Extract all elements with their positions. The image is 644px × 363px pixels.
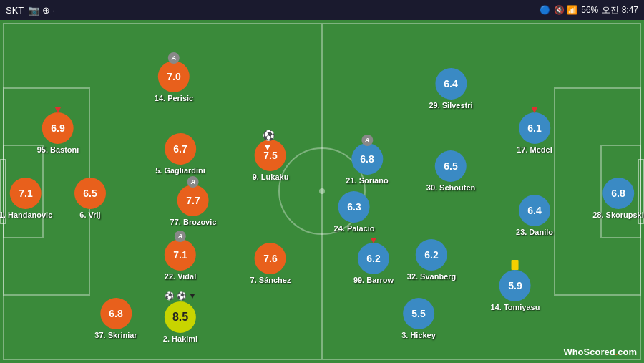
status-bar: SKT 📷 ⊕ · 🔵 🔇 📶 56% 오전 8:47: [0, 0, 644, 20]
player-circle-palacio: 6.3: [338, 191, 370, 223]
player-circle-svanberg: 6.2: [416, 239, 447, 271]
player-name-hickey: 3. Hickey: [401, 331, 436, 339]
player-handanovic: 7.1 1. Handanovic: [0, 178, 52, 219]
time: 오전 8:47: [602, 4, 638, 16]
hakimi-icons: ⚽ ⚽ ▼: [165, 291, 197, 301]
player-circle-sanchez: 7.6: [255, 243, 286, 274]
player-circle-barrow: ▼ 6.2: [358, 243, 389, 274]
whoscored-com: com: [618, 347, 637, 357]
player-circle-handanovic: 7.1: [10, 178, 42, 209]
player-brozovic: A 7.7 77. Brozovic: [170, 185, 217, 226]
player-name-soriano: 21. Soriano: [346, 176, 388, 185]
player-circle-vidal: A 7.1: [165, 239, 196, 271]
player-circle-perisic: A 7.0: [158, 61, 190, 92]
player-name-medel: 17. Medel: [517, 145, 552, 154]
player-name-tomiyasu: 14. Tomiyasu: [491, 303, 540, 311]
player-circle-hakimi: ⚽ ⚽ ▼ 8.5: [165, 301, 196, 333]
player-name-vrij: 6. Vrij: [79, 210, 100, 219]
player-circle-danilo: 6.4: [519, 195, 550, 226]
whoscored-text: WhoScored: [563, 347, 615, 357]
player-vrij: 6.5 6. Vrij: [74, 178, 106, 219]
player-hickey: 5.5 3. Hickey: [401, 298, 436, 339]
player-skorupski: 6.8 28. Skorupski: [592, 178, 644, 219]
battery: 56%: [581, 5, 598, 15]
player-circle-hickey: 5.5: [403, 298, 434, 329]
player-name-lukaku: 9. Lukaku: [253, 173, 289, 181]
player-name-palacio: 24. Palacio: [334, 224, 375, 233]
status-right: 🔵 🔇 📶 56% 오전 8:47: [540, 4, 638, 16]
player-tomiyasu: 5.9 14. Tomiyasu: [491, 270, 540, 311]
player-circle-medel: ▼ 6.1: [519, 112, 550, 144]
svg-point-3: [319, 188, 325, 194]
player-circle-soriano: A 6.8: [351, 143, 383, 175]
player-name-skorupski: 28. Skorupski: [592, 210, 644, 219]
player-name-silvestri: 29. Silvestri: [429, 101, 472, 110]
player-circle-skriniar: 6.8: [100, 298, 132, 329]
football-pitch: 7.1 1. Handanovic 6.5 6. Vrij ▼ 6.9 95. …: [0, 20, 644, 363]
player-circle-schouten: 6.5: [435, 150, 467, 182]
player-soriano: A 6.8 21. Soriano: [346, 143, 388, 185]
player-circle-lukaku: ⚽ ▼ 7.5: [255, 140, 286, 171]
player-sanchez: 7.6 7. Sánchez: [250, 243, 291, 284]
ball-icon-lukaku: ⚽ ▼: [263, 130, 278, 153]
player-bastoni: ▼ 6.9 95. Bastoni: [37, 112, 79, 154]
player-name-handanovic: 1. Handanovic: [0, 210, 52, 219]
arrow-down-medel: ▼: [530, 104, 540, 115]
player-barrow: ▼ 6.2 99. Barrow: [353, 243, 394, 284]
player-name-schouten: 30. Schouten: [426, 183, 475, 192]
player-name-sanchez: 7. Sánchez: [250, 276, 291, 284]
bluetooth-icon: 🔵: [540, 5, 550, 15]
arrow-down-bastoni: ▼: [53, 104, 63, 115]
player-skriniar: 6.8 37. Skriniar: [94, 298, 137, 339]
status-left: SKT 📷 ⊕ ·: [6, 5, 55, 16]
player-circle-silvestri: 6.4: [435, 68, 467, 100]
player-vidal: A 7.1 22. Vidal: [165, 239, 196, 281]
player-name-brozovic: 77. Brozovic: [170, 218, 217, 226]
player-circle-gagliardini: 6.7: [165, 133, 196, 165]
player-schouten: 6.5 30. Schouten: [426, 150, 475, 192]
player-name-bastoni: 95. Bastoni: [37, 145, 79, 154]
player-name-vidal: 22. Vidal: [165, 272, 196, 281]
player-circle-skorupski: 6.8: [602, 178, 634, 209]
player-name-perisic: 14. Perisic: [155, 94, 193, 102]
badge-a-brozovic: A: [187, 176, 199, 188]
badge-a-soriano: A: [361, 135, 373, 146]
yellow-card-tomiyasu: [512, 260, 519, 270]
player-name-gagliardini: 5. Gagliardini: [155, 166, 205, 175]
player-silvestri: 6.4 29. Silvestri: [429, 68, 472, 110]
player-circle-bastoni: ▼ 6.9: [42, 112, 74, 144]
player-name-skriniar: 37. Skriniar: [94, 331, 137, 339]
status-icons: 📷 ⊕ ·: [28, 5, 55, 16]
badge-a-vidal: A: [175, 231, 186, 242]
player-name-danilo: 23. Danilo: [516, 228, 553, 236]
player-name-svanberg: 32. Svanberg: [407, 272, 456, 281]
player-name-barrow: 99. Barrow: [353, 276, 394, 284]
whoscored-logo: WhoScored.com: [563, 347, 637, 357]
player-danilo: 6.4 23. Danilo: [516, 195, 553, 236]
player-hakimi: ⚽ ⚽ ▼ 8.5 2. Hakimi: [163, 301, 197, 343]
player-svanberg: 6.2 32. Svanberg: [407, 239, 456, 281]
player-gagliardini: 6.7 5. Gagliardini: [155, 133, 205, 175]
player-circle-vrij: 6.5: [74, 178, 106, 209]
player-medel: ▼ 6.1 17. Medel: [517, 112, 552, 154]
player-circle-tomiyasu: 5.9: [499, 270, 531, 301]
player-circle-brozovic: A 7.7: [177, 185, 209, 216]
badge-a-perisic: A: [168, 52, 180, 64]
arrow-down-barrow: ▼: [369, 234, 379, 246]
player-name-hakimi: 2. Hakimi: [163, 334, 197, 343]
player-perisic: A 7.0 14. Perisic: [155, 61, 193, 102]
carrier: SKT: [6, 5, 24, 16]
player-palacio: 6.3 24. Palacio: [334, 191, 375, 233]
player-lukaku: ⚽ ▼ 7.5 9. Lukaku: [253, 140, 289, 181]
signal-icons: 🔇 📶: [554, 5, 577, 15]
